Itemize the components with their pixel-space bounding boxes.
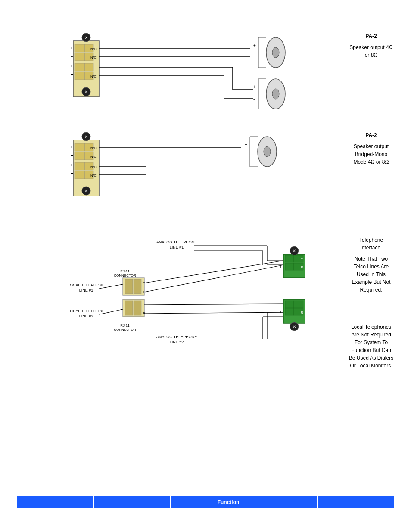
svg-text:ANALOG TELEPHONE: ANALOG TELEPHONE [156,240,197,244]
svg-text:LINE #2: LINE #2 [79,314,93,318]
footer-cell-4 [286,496,318,508]
svg-text:✕: ✕ [84,90,88,94]
footer-cell-1 [17,496,94,508]
svg-rect-50 [75,152,85,160]
svg-text:T: T [301,258,303,261]
svg-text:LINE #1: LINE #1 [170,245,184,249]
svg-point-25 [272,47,279,58]
svg-rect-11 [75,63,85,71]
svg-text:N/C: N/C [90,75,97,78]
footer-cell-5 [318,496,394,508]
svg-text:+: + [70,163,72,168]
svg-text:N/C: N/C [90,174,97,177]
diagram1-svg: ✕ ✕ N/C N/C N/C + ▼ + ▼ + [60,28,362,114]
svg-line-118 [144,261,283,283]
svg-text:I: I [280,310,281,314]
svg-text:RJ-11: RJ-11 [120,269,130,273]
svg-text:✕: ✕ [84,35,88,40]
annotation2-text: Speaker output Bridged-Mono Mode 4Ω or 8… [349,143,394,166]
svg-text:✕: ✕ [293,324,296,329]
svg-text:▼: ▼ [70,153,74,158]
svg-text:▼: ▼ [70,54,74,59]
svg-text:▼: ▼ [70,171,74,176]
diagram1-container: ✕ ✕ N/C N/C N/C + ▼ + ▼ + [60,28,364,123]
svg-rect-85 [285,255,294,262]
annotation2-title: PA-2 [349,131,394,139]
annotation1-title: PA-2 [349,32,394,40]
svg-rect-126 [125,301,133,315]
svg-text:T: T [143,281,145,285]
note-text: Local Telephones Are Not Required For Sy… [349,323,394,370]
diagram3-container: ANALOG TELEPHONE LINE #1 ✕ T R I [43,233,364,353]
svg-text:LOCAL TELEPHONE: LOCAL TELEPHONE [68,283,105,287]
svg-rect-127 [134,301,141,315]
svg-text:+: + [245,142,247,147]
diagram3-svg: ANALOG TELEPHONE LINE #1 ✕ T R I [43,233,366,353]
svg-text:T: T [301,303,303,307]
annotation2: PA-2 Speaker output Bridged-Mono Mode 4Ω… [349,131,394,166]
svg-text:-: - [253,55,255,60]
svg-rect-87 [285,263,294,270]
svg-text:I: I [280,264,281,269]
diagram2-container: ✕ ✕ N/C N/C N/C N/C + ▼ + ▼ + - [60,127,364,218]
svg-text:+: + [70,145,72,149]
svg-rect-114 [125,279,133,294]
svg-line-130 [144,304,283,305]
svg-rect-95 [285,301,294,308]
svg-point-68 [264,146,271,157]
svg-rect-97 [285,308,294,315]
svg-text:RJ-11: RJ-11 [120,324,130,327]
svg-text:N/C: N/C [90,155,97,159]
footer-bar: Function [17,496,394,508]
svg-text:+: + [253,84,256,89]
svg-rect-56 [75,171,85,179]
svg-text:CONNECTOR: CONNECTOR [114,328,136,332]
svg-text:-: - [245,154,246,159]
svg-text:R: R [301,311,303,314]
svg-text:R: R [301,265,303,269]
svg-rect-53 [75,162,85,170]
svg-line-131 [144,312,283,314]
svg-text:N/C: N/C [90,146,97,150]
footer-function-label: Function [218,499,240,505]
annotation3-title: Telephone Interface. [349,236,394,252]
svg-rect-13 [75,72,85,80]
svg-text:N/C: N/C [90,56,97,59]
svg-text:▼: ▼ [70,72,74,77]
annotation1-text: Speaker output 4Ω or 8Ω [349,44,394,59]
svg-rect-12 [85,63,93,71]
svg-text:-: - [253,96,255,101]
svg-text:LOCAL TELEPHONE: LOCAL TELEPHONE [68,309,105,313]
annotation3-text: Note That Two Telco Lines Are Used In Th… [349,255,394,294]
svg-text:LINE #1: LINE #1 [79,288,93,292]
annotation1: PA-2 Speaker output 4Ω or 8Ω [349,32,394,59]
annotation3: Telephone Interface. Note That Two Telco… [349,236,394,294]
footer-cell-3: Function [171,496,286,508]
svg-text:N/C: N/C [90,165,97,169]
svg-text:✕: ✕ [84,189,88,193]
page-container: ✕ ✕ N/C N/C N/C + ▼ + ▼ + [0,0,411,532]
svg-text:+: + [70,64,72,68]
svg-text:+: + [70,46,72,50]
svg-text:N/C: N/C [90,47,97,51]
svg-rect-5 [75,44,85,52]
svg-line-119 [144,265,283,292]
svg-point-38 [272,89,279,99]
svg-text:CONNECTOR: CONNECTOR [114,274,136,277]
svg-rect-47 [75,143,85,151]
svg-text:ANALOG TELEPHONE: ANALOG TELEPHONE [156,335,197,339]
svg-text:+: + [253,43,256,48]
diagram2-svg: ✕ ✕ N/C N/C N/C N/C + ▼ + ▼ + - [60,127,362,213]
svg-rect-115 [134,279,141,294]
top-rule [17,24,394,24]
svg-text:LINE #2: LINE #2 [170,340,184,344]
svg-text:✕: ✕ [293,249,296,253]
svg-text:✕: ✕ [84,134,88,139]
bottom-rule [17,519,394,519]
svg-rect-8 [75,53,85,61]
footer-cell-2 [94,496,171,508]
